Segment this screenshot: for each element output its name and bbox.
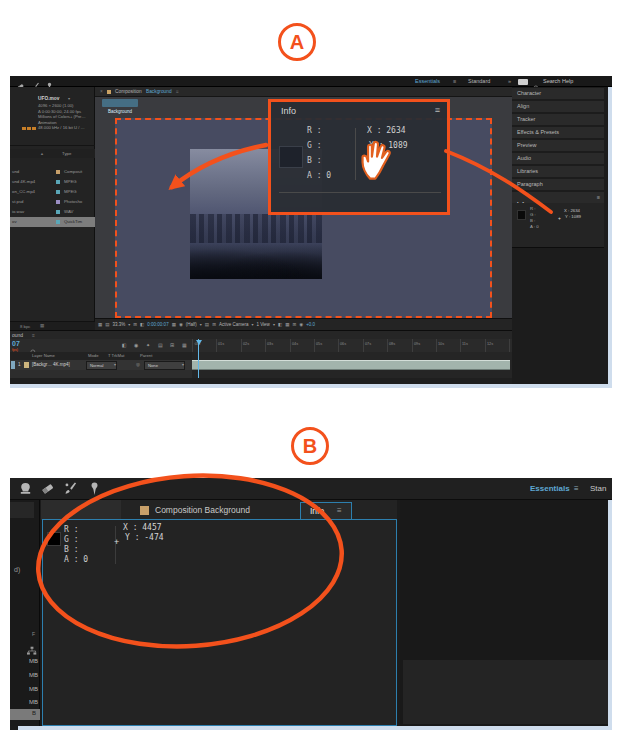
timecode[interactable]: 0:00:00:07 (147, 322, 168, 327)
search-help-label[interactable]: Search Help (543, 78, 573, 84)
playhead-line[interactable] (198, 339, 199, 378)
channels-icon[interactable]: ◉ (179, 322, 183, 327)
column-trkmat[interactable]: T TrkMat (108, 353, 124, 359)
sidebar-item-effects-presets[interactable]: Effects & Presets (512, 127, 604, 138)
transparency-grid-icon[interactable]: ⊞ (212, 322, 216, 327)
sidebar-item-preview[interactable]: Preview (512, 140, 604, 151)
playhead-marker[interactable] (196, 340, 202, 345)
close-icon[interactable]: × (100, 89, 103, 94)
workspace-standard[interactable]: Stan (590, 484, 606, 493)
motion-blur-icon[interactable]: ⊞ (170, 342, 174, 348)
timeline-timecode[interactable]: 07 (12, 340, 20, 347)
file-row[interactable]: und 4K.mp4 MPEG (10, 177, 95, 187)
chevron-down-icon[interactable]: ▾ (114, 362, 116, 367)
layer-label-chip[interactable] (11, 361, 15, 369)
workspace-standard[interactable]: Standard (468, 78, 490, 84)
label-color-chip[interactable] (56, 170, 60, 174)
timeline-ruler[interactable]: :00f 01s 02s 03s 04s 05s 06s 07s 08s 09s… (192, 339, 512, 352)
view-layout-selector[interactable]: 1 View (256, 322, 269, 327)
file-row-selected[interactable]: ov QuickTim (10, 217, 95, 227)
sidebar-item-libraries[interactable]: Libraries (512, 166, 604, 177)
sidebar-b: Character Align Tracker Effects & Preset… (400, 500, 612, 726)
workspace-essentials[interactable]: Essentials (530, 484, 570, 493)
comp-breadcrumb[interactable]: Background (102, 99, 138, 107)
column-mode[interactable]: Mode (88, 353, 98, 359)
puppet-pin-tool-icon[interactable] (87, 481, 102, 500)
sort-asc-icon[interactable]: ▲ (40, 151, 44, 156)
pickwhip-icon[interactable]: ◎ (136, 362, 140, 367)
sidebar-item-audio[interactable]: Audio (512, 153, 604, 164)
grid-guides-icon[interactable]: ▤ (105, 322, 109, 327)
workspace-menu-icon[interactable]: ≡ (453, 78, 456, 84)
zoom-level[interactable]: 33.3% (113, 322, 126, 327)
file-row[interactable]: und Composit (10, 167, 95, 177)
exposure-value[interactable]: +0.0 (306, 322, 315, 327)
viewer-tab-name[interactable]: Background (146, 89, 172, 94)
column-layer-name[interactable]: Layer Name (32, 353, 55, 359)
exposure-icon[interactable]: ◉ (299, 322, 303, 327)
label-color-chip[interactable] (56, 200, 60, 204)
file-row[interactable]: io.wav WAV (10, 207, 95, 217)
timeline-tab[interactable]: ound (12, 332, 23, 338)
magnification-icon[interactable]: ▦ (98, 322, 102, 327)
chevron-down-icon[interactable]: ▾ (251, 322, 253, 327)
blend-mode-select[interactable]: Normal (86, 361, 117, 370)
tab-info[interactable]: Info ≡ (300, 502, 352, 520)
rotobrush-tool-icon[interactable] (63, 481, 78, 500)
viewer-tab-menu-icon[interactable]: ≡ (176, 89, 179, 94)
workspace-overflow-icon[interactable]: » (508, 78, 511, 84)
panel-menu-icon[interactable]: ≡ (435, 105, 440, 115)
camera-selector[interactable]: Active Camera (219, 322, 249, 327)
file-row[interactable]: on_CC.mp4 MPEG (10, 187, 95, 197)
workspace-menu-icon[interactable]: ≡ (574, 484, 579, 493)
truncated-label: d) (14, 566, 20, 573)
bit-depth-label[interactable]: 8 bpc (20, 324, 31, 329)
floating-info-panel[interactable]: Info ≡ R : G : B : A : 0 X : 2634 Y : 10… (268, 99, 450, 215)
panel-menu-icon[interactable]: ≡ (337, 506, 342, 515)
composition-mini-flowchart-icon[interactable]: ◧ (122, 342, 127, 348)
resolution[interactable]: (Half) (186, 322, 197, 327)
selected-file-row[interactable]: B (10, 709, 40, 720)
parent-select[interactable]: None (144, 361, 185, 370)
chevron-down-icon[interactable]: ▾ (128, 322, 130, 327)
column-parent[interactable]: Parent (140, 353, 152, 359)
viewer-tab-prefix[interactable]: Composition (115, 89, 142, 94)
workspace-essentials[interactable]: Essentials (415, 78, 440, 84)
sidebar-info-header[interactable]: Info ≡ (512, 192, 604, 203)
label-color-chip[interactable] (56, 180, 60, 184)
eraser-tool-icon[interactable] (40, 481, 55, 500)
chevron-down-icon[interactable]: ▾ (200, 322, 202, 327)
stock-icon[interactable] (518, 79, 528, 86)
frame-blend-icon[interactable]: ▤ (158, 342, 163, 348)
project-footer-icon[interactable]: ▦ (40, 323, 44, 328)
roi-icon[interactable]: ⊞ (133, 322, 137, 327)
type-column-header[interactable]: Type (62, 151, 71, 156)
chevron-down-icon[interactable]: ▾ (273, 322, 275, 327)
graph-editor-icon[interactable]: ▦ (182, 342, 187, 348)
draft-3d-icon[interactable]: ◉ (134, 342, 138, 348)
tab-composition-background[interactable]: Composition Background (155, 505, 250, 515)
chevron-down-icon[interactable]: ▾ (68, 96, 70, 101)
layer-duration-bar[interactable] (192, 360, 510, 370)
mask-toggle-icon[interactable]: ◧ (140, 322, 144, 327)
pixel-aspect-icon[interactable]: ◧ (278, 322, 282, 327)
panel-menu-icon[interactable]: ≡ (32, 332, 35, 338)
region-icon[interactable]: ▤ (205, 322, 209, 327)
snapshot-icon[interactable]: ▦ (172, 322, 176, 327)
label-color-chip[interactable] (56, 210, 60, 214)
chevron-down-icon[interactable]: ▾ (182, 362, 184, 367)
sidebar-item-paragraph[interactable]: Paragraph (512, 179, 604, 190)
timeline-button-icon[interactable]: ▦ (285, 322, 289, 327)
panel-menu-icon[interactable]: ≡ (597, 194, 600, 200)
label-color-chip[interactable] (56, 190, 60, 194)
layer-name[interactable]: [Backgr… 4K.mp4] (32, 362, 70, 367)
label-color-chip[interactable] (56, 220, 60, 224)
sidebar-item-tracker[interactable]: Tracker (512, 114, 604, 125)
clone-stamp-tool-icon[interactable] (18, 481, 33, 500)
sidebar-item-align[interactable]: Align (512, 101, 604, 112)
sidebar-item-character[interactable]: Character (512, 88, 604, 99)
hide-shy-icon[interactable]: ✦ (146, 342, 150, 348)
layer-row[interactable]: 1 [Backgr… 4K.mp4] Normal ▾ ◎ None ▾ (10, 360, 192, 370)
flowchart-icon[interactable]: ⊞ (292, 322, 296, 327)
file-row[interactable]: st.psd Photosho (10, 197, 95, 207)
